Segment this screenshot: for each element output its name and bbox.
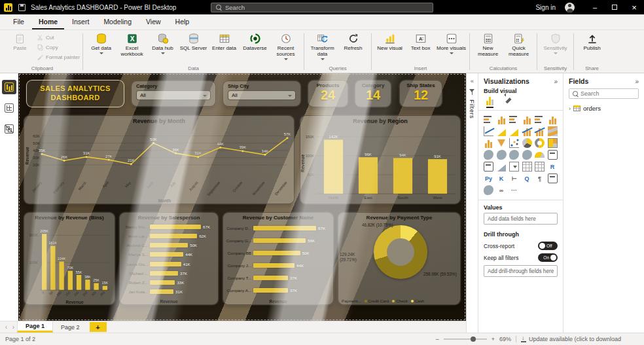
visual-icon-filled-map[interactable] [497,150,507,160]
bar-row[interactable]: Company G...56K [223,234,333,247]
visual-icon-shape-map[interactable] [509,150,519,160]
visual-icon-key-influencers[interactable]: K [497,173,507,183]
minimize-button[interactable]: – [585,0,605,14]
zoom-in-button[interactable]: + [492,336,495,342]
chart-revenue-by-region[interactable]: Revenue by Region 50K100K150K142KNorth96… [300,115,461,204]
sign-in-button[interactable]: Sign in [529,4,562,11]
copy-button[interactable]: Copy [37,43,80,52]
pages-scroll-left-icon[interactable]: ‹ [3,321,10,333]
visual-icon-stacked-area-chart[interactable] [509,126,519,136]
close-button[interactable]: × [624,0,644,14]
zoom-level[interactable]: 69% [499,336,511,342]
bar-row[interactable]: Michael ...37K [120,268,218,278]
cross-report-toggle[interactable]: Off [538,242,558,250]
menu-help[interactable]: Help [169,15,196,29]
new-measure-button[interactable]: New measure [473,31,503,57]
recent-sources-button[interactable]: Recent sources [270,31,301,60]
visual-icon-map[interactable] [484,150,493,160]
quick-measure-button[interactable]: Quick measure [503,31,534,57]
visual-icon-clustered-bar-chart[interactable] [509,115,519,124]
dataverse-button[interactable]: Dataverse [240,31,270,51]
visual-icon-paginated-report[interactable] [548,173,558,183]
bar-row[interactable]: Company A...37K [223,284,333,297]
chevron-right-icon[interactable]: › [569,105,571,112]
menu-view[interactable]: View [139,15,168,29]
report-canvas[interactable]: SALES ANALYTICS DASHBOARD Category All S… [18,73,466,321]
visual-icon-100-stacked-column-chart[interactable] [548,115,558,124]
legend-item[interactable]: Credit Card [365,299,389,303]
add-page-button[interactable]: + [90,322,107,332]
visual-icon-more-visuals[interactable]: ··· [509,185,519,195]
visual-icon-azure-map[interactable] [522,150,532,160]
enter-data-button[interactable]: Enter data [209,31,240,51]
collapse-pane-icon[interactable]: » [554,78,558,85]
visual-icon-area-chart[interactable] [497,126,507,136]
bar-row[interactable]: Andrew C...50K [120,241,218,250]
bar-row[interactable]: Laura Giu...41K [120,259,218,268]
excel-workbook-button[interactable]: XExcel workbook [116,31,147,57]
visual-icon-r-script-visual[interactable]: R [548,162,558,172]
kpi-ship-states-card[interactable]: Ship States 12 [399,80,442,107]
visual-icon-line-and-clustered-column-chart[interactable] [535,126,545,136]
fields-search-input[interactable] [581,90,635,97]
bar-row[interactable]: Jan Kota...31K [120,287,218,297]
visual-icon-scatter-chart[interactable] [509,138,519,148]
update-notification[interactable]: Update available (click to download [521,336,644,342]
kpi-category-card[interactable]: Category 14 [355,80,391,107]
zoom-out-button[interactable]: – [436,336,439,342]
global-search-box[interactable]: Search [211,3,433,12]
visual-icon-stacked-column-chart[interactable] [497,115,507,124]
bar-row[interactable]: Robert Z...33K [120,278,218,287]
visual-icon-multi-row-card[interactable] [484,162,493,172]
visual-icon-kpi[interactable] [497,162,507,172]
visual-icon-decomposition-tree[interactable]: ⊢ [509,173,519,183]
dashboard-title-card[interactable]: SALES ANALYTICS DASHBOARD [26,80,124,107]
get-data-button[interactable]: Get data [86,31,116,54]
pages-scroll-right-icon[interactable]: › [10,321,17,333]
visual-icon-slicer[interactable] [509,162,519,172]
keep-all-filters-toggle[interactable]: On [538,253,558,262]
add-data-fields-well[interactable]: Add data fields here [484,213,558,225]
add-drill-through-fields-well[interactable]: Add drill-through fields here [484,265,558,277]
data-view-button[interactable] [2,101,16,115]
model-view-button[interactable] [2,122,16,136]
legend-item[interactable]: Check [392,299,408,303]
menu-insert[interactable]: Insert [65,15,96,29]
new-visual-button[interactable]: New visual [374,31,405,51]
account-avatar[interactable] [565,3,575,12]
visual-icon-q-and-a[interactable]: Q [522,173,532,183]
fields-search-box[interactable] [569,88,639,99]
visual-icon-gauge[interactable] [535,152,545,158]
cut-button[interactable]: Cut [37,33,80,42]
visual-icon-table[interactable] [522,162,532,172]
visual-icon-smart-narrative[interactable]: ¶ [535,173,545,183]
visual-icon-ribbon-chart[interactable] [548,126,558,136]
chart-revenue-by-payment-type[interactable]: Revenue by Payment Type 258.98K (59.53%)… [338,212,461,305]
visual-icon-stacked-bar-chart[interactable] [484,115,493,124]
chart-revenue-by-month[interactable]: Revenue by Month 20K30K40K50K60K35K26K31… [24,115,295,204]
zoom-slider[interactable] [444,338,487,340]
data-hub-button[interactable]: Data hub [147,31,178,54]
bar-row[interactable]: Company J...44K [223,259,333,272]
bar-row[interactable]: Anne Lar...62K [120,231,218,240]
menu-home[interactable]: Home [32,15,64,29]
tab-build-visual[interactable] [486,97,493,108]
zoom-slider-thumb[interactable] [471,336,476,342]
sensitivity-button[interactable]: Sensitivity [540,31,571,54]
bar-row[interactable]: Company D...67K [223,222,333,234]
visual-icon-power-automate[interactable]: ∞ [497,185,507,195]
page-tab-page-2[interactable]: Page 2 [53,321,88,333]
save-icon[interactable] [18,4,26,11]
refresh-button[interactable]: Refresh [338,31,368,51]
visual-icon-donut-chart[interactable] [535,138,545,148]
format-painter-button[interactable]: Format painter [37,53,80,62]
visual-icon-line-chart[interactable] [484,126,493,136]
visual-icon-pie-chart[interactable] [522,138,532,148]
chart-revenue-by-customer-name[interactable]: Revenue by Customer Name Company D...67K… [223,212,334,305]
visual-icon-treemap[interactable] [548,138,558,148]
visual-icon-python-visual[interactable]: Py [484,173,493,183]
report-view-button[interactable] [2,80,16,94]
visual-icon-waterfall-chart[interactable] [484,138,493,148]
expand-filters-icon[interactable]: « [471,77,474,84]
transform-data-button[interactable]: Transform data [307,31,338,60]
